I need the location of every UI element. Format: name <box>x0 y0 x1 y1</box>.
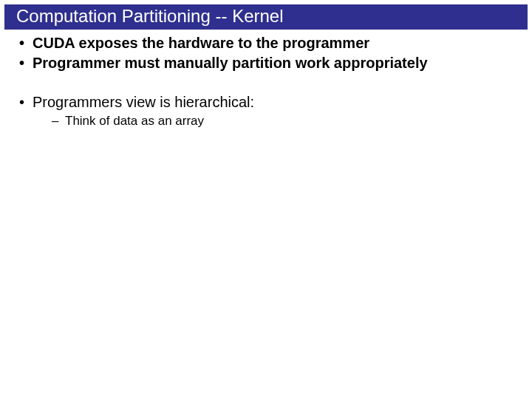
bullet-item: CUDA exposes the hardware to the program… <box>15 34 517 52</box>
spacer <box>15 74 517 93</box>
slide-content: CUDA exposes the hardware to the program… <box>0 30 532 129</box>
sub-bullet-list: Think of data as an array <box>33 113 517 129</box>
sub-bullet-item: Think of data as an array <box>49 113 517 129</box>
bullet-item: Programmers view is hierarchical: Think … <box>15 93 517 129</box>
slide: Computation Partitioning -- Kernel CUDA … <box>0 4 532 399</box>
slide-title: Computation Partitioning -- Kernel <box>4 4 528 30</box>
bullet-item: Programmer must manually partition work … <box>15 54 517 72</box>
bullet-list: Programmers view is hierarchical: Think … <box>15 93 517 129</box>
bullet-text: Programmers view is hierarchical: <box>33 94 254 110</box>
bullet-list: CUDA exposes the hardware to the program… <box>15 34 517 72</box>
